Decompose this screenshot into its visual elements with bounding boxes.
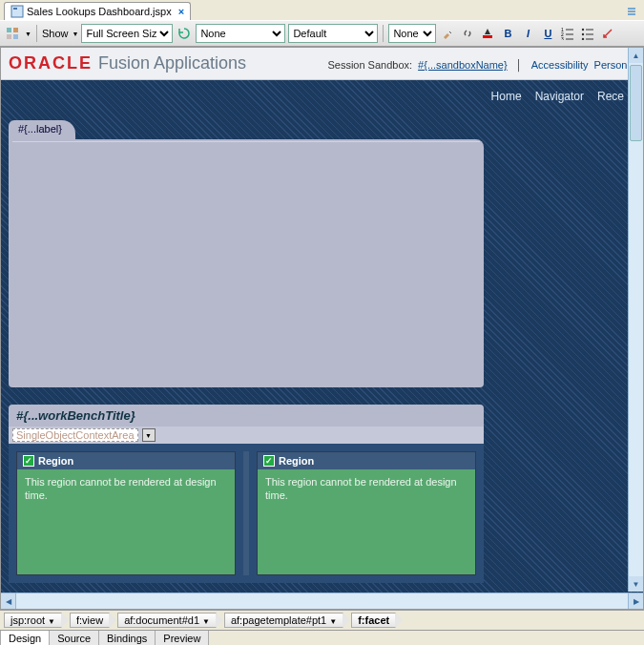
region-card-2[interactable]: ✓ Region This region cannot be rendered … (257, 451, 476, 575)
style-select-2[interactable]: Default (288, 24, 378, 43)
region-title: Region (279, 455, 314, 467)
region-message: This region cannot be rendered at design… (258, 469, 475, 509)
splitter-handle[interactable] (243, 451, 249, 575)
region-toggle-icon[interactable]: ✓ (263, 455, 275, 467)
color-picker-icon[interactable] (479, 25, 496, 42)
editor-tab-filename: Sales Lookups Dashboard.jspx (27, 6, 172, 17)
region-toggle-icon[interactable]: ✓ (23, 455, 34, 467)
breadcrumb-item[interactable]: af:document#d1▼ (117, 613, 217, 628)
panel-tab[interactable]: #{...label} (9, 120, 75, 141)
chevron-down-icon[interactable]: ▼ (25, 31, 31, 37)
breadcrumb-item[interactable]: f:view (70, 613, 110, 628)
svg-rect-2 (7, 28, 11, 32)
session-sandbox-link[interactable]: #{...sandboxName} (418, 59, 508, 71)
horizontal-scrollbar[interactable]: ◀ ▶ (1, 593, 643, 609)
svg-point-10 (582, 29, 584, 31)
design-canvas[interactable]: ORACLE Fusion Applications Session Sandb… (0, 47, 644, 610)
jspx-file-icon (10, 5, 24, 18)
nav-navigator[interactable]: Navigator (535, 90, 584, 103)
chevron-down-icon[interactable]: ▼ (72, 31, 78, 37)
editor-tab[interactable]: Sales Lookups Dashboard.jspx × (4, 2, 191, 20)
breadcrumb-item-current[interactable]: f:facet (351, 613, 396, 628)
bullet-list-icon[interactable] (579, 25, 596, 42)
insert-icon[interactable] (599, 25, 616, 42)
component-palette-icon[interactable] (4, 25, 21, 42)
svg-text:3: 3 (561, 36, 564, 40)
svg-rect-1 (13, 8, 17, 10)
svg-rect-0 (11, 6, 23, 17)
workbench-panel: #{...workBenchTitle} SingleObjectContext… (9, 405, 484, 583)
refresh-icon[interactable] (176, 25, 193, 42)
tab-source[interactable]: Source (49, 631, 99, 645)
numbered-list-icon[interactable]: 123 (559, 25, 576, 42)
svg-rect-4 (7, 34, 11, 39)
svg-point-12 (582, 38, 584, 40)
facet-dropdown-icon[interactable]: ▼ (142, 428, 156, 442)
style-select-3[interactable]: None (388, 24, 436, 43)
style-select-1[interactable]: None (196, 24, 285, 43)
facet-label[interactable]: SingleObjectContextArea (12, 428, 138, 442)
region-message: This region cannot be rendered at design… (17, 469, 235, 509)
oracle-logo: ORACLE (9, 53, 93, 73)
show-label: Show (42, 28, 69, 39)
session-sandbox-label: Session Sandbox: (327, 59, 412, 71)
nav-home[interactable]: Home (491, 90, 522, 103)
region-card-1[interactable]: ✓ Region This region cannot be rendered … (16, 451, 236, 575)
breadcrumb-item[interactable]: af:pagetemplate#pt1▼ (224, 613, 343, 628)
tab-bindings[interactable]: Bindings (98, 631, 156, 645)
panel-tabbed: #{...label} (9, 120, 484, 387)
design-toolbar: ▼ Show ▼ Full Screen Size None Default N… (0, 20, 644, 47)
panel-body[interactable] (12, 141, 480, 384)
tab-list-dropdown-icon[interactable] (623, 3, 640, 20)
breadcrumb-item[interactable]: jsp:root▼ (4, 613, 62, 628)
vertical-scrollbar[interactable]: ▲ ▼ (628, 48, 643, 592)
scroll-up-icon[interactable]: ▲ (629, 48, 643, 63)
tab-design[interactable]: Design (0, 631, 50, 645)
nav-recent[interactable]: Rece (597, 90, 624, 103)
close-tab-icon[interactable]: × (178, 6, 184, 17)
scrollbar-thumb[interactable] (630, 65, 642, 141)
scroll-right-icon[interactable]: ▶ (628, 593, 643, 609)
editor-view-tabs: Design Source Bindings Preview (0, 630, 644, 645)
underline-button[interactable]: U (539, 25, 556, 42)
view-mode-select[interactable]: Full Screen Size (81, 24, 173, 43)
page-header: ORACLE Fusion Applications Session Sandb… (1, 48, 643, 80)
italic-button[interactable]: I (519, 25, 536, 42)
global-nav: Home Navigator Rece (1, 80, 643, 113)
scroll-left-icon[interactable]: ◀ (1, 593, 16, 609)
region-title: Region (38, 455, 73, 467)
svg-point-11 (582, 33, 584, 35)
panel-tab-label: #{...label} (18, 123, 62, 135)
structure-breadcrumb: jsp:root▼ f:view af:document#d1▼ af:page… (0, 610, 644, 630)
bold-button[interactable]: B (499, 25, 516, 42)
tab-preview[interactable]: Preview (155, 631, 209, 645)
svg-rect-3 (13, 28, 18, 32)
accessibility-link[interactable]: Accessibility (531, 59, 589, 71)
fusion-apps-title: Fusion Applications (98, 53, 246, 73)
svg-rect-5 (13, 34, 18, 39)
scroll-down-icon[interactable]: ▼ (629, 576, 643, 592)
workbench-title: #{...workBenchTitle} (9, 405, 484, 427)
svg-rect-6 (483, 35, 492, 38)
brush-icon[interactable] (439, 25, 456, 42)
link-icon[interactable] (459, 25, 476, 42)
